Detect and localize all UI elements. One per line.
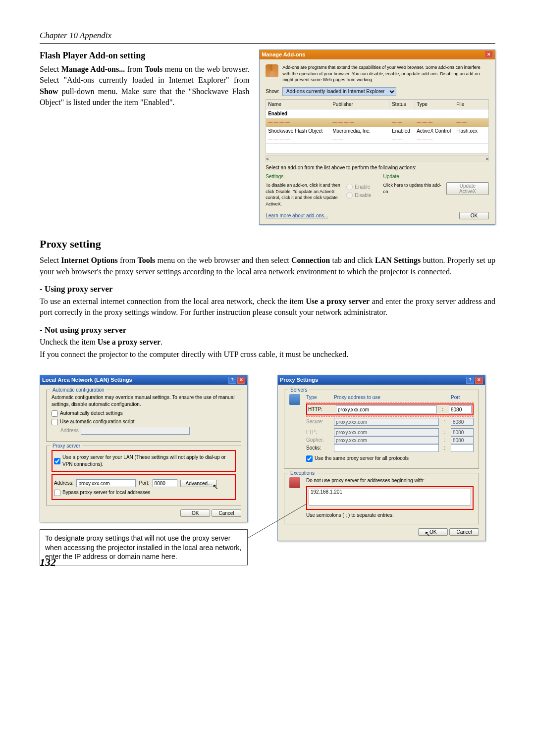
socks-label: Socks: — [306, 445, 331, 452]
using-proxy-paragraph: To use an external internet connection f… — [40, 296, 495, 318]
ok-button[interactable]: OK — [418, 528, 448, 536]
flash-paragraph: Select Manage Add-ons... from Tools menu… — [40, 64, 249, 108]
enable-radio[interactable] — [346, 184, 353, 190]
servers-legend: Servers — [288, 387, 309, 394]
addons-desc: Add-ons are programs that extend the cap… — [282, 64, 489, 83]
txt: LAN Settings — [375, 256, 421, 264]
cancel-button[interactable]: Cancel — [212, 509, 241, 517]
table-row-blur: — — — —— — — —— —— — —— — — [266, 118, 488, 127]
cursor-icon: ↖ — [425, 529, 430, 539]
auto-config-legend: Automatic configuration — [51, 387, 107, 394]
txt: menu on the web browser and then select — [155, 256, 291, 264]
proxy-port-input[interactable] — [153, 479, 177, 487]
secure-port-input — [451, 418, 474, 426]
col-type: Type — [306, 394, 331, 401]
txt: Select — [40, 256, 61, 264]
chapter-header: Chapter 10 Appendix — [40, 30, 495, 44]
disable-radio[interactable] — [346, 192, 353, 199]
not-using-proxy-heading: - Not using proxy server — [40, 324, 495, 336]
addons-list[interactable]: Name Publisher Status Type File Enabled … — [266, 99, 489, 153]
update-activex-button[interactable]: Update ActiveX — [446, 182, 489, 195]
col-type: Type — [415, 100, 454, 109]
address-label: Address — [60, 427, 79, 434]
disable-label: Disable — [355, 192, 371, 199]
exceptions-textarea[interactable]: 192.168.1.201 — [309, 489, 471, 505]
ok-button[interactable]: OK — [180, 509, 210, 517]
http-address-input[interactable] — [336, 405, 437, 413]
txt: Connection — [291, 256, 330, 264]
proxy-settings-dialog: Proxy Settings ? ✕ Servers Type Proxy ad… — [277, 375, 485, 541]
update-text: Click here to update this add-on — [383, 182, 442, 195]
txt: tab and click — [330, 256, 375, 264]
cell-name: Shockwave Flash Object — [266, 127, 330, 136]
show-select[interactable]: Add-ons currently loaded in Internet Exp… — [282, 87, 396, 96]
secure-label: Secure: — [306, 418, 331, 425]
cell-type: ActiveX Control — [415, 127, 454, 136]
help-icon[interactable]: ? — [228, 377, 236, 384]
txt: Use a proxy server — [98, 338, 160, 346]
dialog-title: Manage Add-ons — [262, 51, 305, 58]
exception-icon — [289, 477, 300, 488]
settings-text: To disable an add-on, click it and then … — [266, 182, 341, 207]
gopher-address-input — [334, 436, 439, 444]
proxy-heading: Proxy setting — [40, 237, 495, 252]
group-enabled: Enabled — [266, 109, 488, 118]
txt: Internet Options — [61, 256, 117, 264]
address-label: Address: — [54, 480, 73, 487]
ftp-label: FTP: — [306, 429, 331, 436]
proxy-paragraph: Select Internet Options from Tools menu … — [40, 255, 495, 277]
page-number: 132 — [40, 555, 56, 570]
puzzle-icon — [266, 64, 278, 77]
http-port-input[interactable] — [449, 405, 472, 413]
horizontal-scrollbar[interactable]: <> — [266, 155, 489, 161]
col-file: File — [454, 100, 488, 109]
txt: from — [125, 65, 145, 73]
help-icon[interactable]: ? — [466, 377, 474, 384]
dialog-title: Local Area Network (LAN) Settings — [42, 376, 132, 384]
exceptions-note: Use semicolons ( ; ) to separate entries… — [306, 512, 474, 519]
auto-config-text: Automatic configuration may override man… — [52, 394, 236, 408]
auto-detect-checkbox[interactable] — [52, 410, 58, 417]
dialog-title: Proxy Settings — [280, 376, 318, 384]
close-icon[interactable]: ✕ — [237, 377, 245, 384]
auto-script-checkbox[interactable] — [52, 419, 58, 425]
update-heading: Update — [383, 173, 489, 180]
show-label: Show: — [266, 88, 279, 95]
socks-port-input[interactable] — [451, 444, 474, 452]
same-proxy-checkbox[interactable] — [306, 455, 313, 462]
close-icon[interactable]: ✕ — [485, 51, 493, 58]
table-header: Name Publisher Status Type File — [266, 100, 488, 109]
http-label: HTTP: — [308, 406, 333, 413]
socks-address-input[interactable] — [334, 444, 439, 452]
ftp-port-input — [451, 428, 474, 436]
txt: Select — [40, 65, 61, 73]
ftp-address-input — [334, 428, 439, 436]
bypass-label: Bypass proxy server for local addresses — [62, 489, 150, 496]
not-using-proxy-p2: If you connect the projector to the comp… — [40, 349, 495, 360]
cell-pub: Macromedia, Inc. — [330, 127, 390, 136]
cell-file: Flash.ocx — [454, 127, 488, 136]
table-row[interactable]: Shockwave Flash Object Macromedia, Inc. … — [266, 127, 488, 136]
gopher-label: Gopher: — [306, 437, 331, 444]
not-using-proxy-p1: Uncheck the item Use a proxy server. — [40, 337, 495, 348]
proxy-address-input[interactable] — [76, 479, 136, 487]
cancel-button[interactable]: Cancel — [449, 528, 479, 536]
bypass-checkbox[interactable] — [54, 490, 60, 496]
col-status: Status — [390, 100, 415, 109]
table-row-blur: — — — —— —— —— — — — [266, 136, 488, 144]
lan-settings-dialog: Local Area Network (LAN) Settings ? ✕ Au… — [40, 375, 248, 522]
col-port: Port — [451, 394, 474, 401]
same-proxy-label: Use the same proxy server for all protoc… — [315, 455, 409, 462]
auto-script-label: Use automatic configuration script — [60, 418, 135, 425]
gopher-port-input — [451, 436, 474, 444]
use-proxy-checkbox[interactable] — [54, 458, 60, 464]
server-icon — [289, 394, 300, 405]
learn-link[interactable]: Learn more about add-ons... — [266, 212, 328, 219]
ok-button[interactable]: OK — [459, 212, 489, 219]
advanced-button[interactable]: Advanced...↖ — [180, 480, 217, 487]
close-icon[interactable]: ✕ — [475, 377, 483, 384]
settings-heading: Settings — [266, 173, 371, 180]
col-name: Name — [266, 100, 330, 109]
auto-detect-label: Automatically detect settings — [60, 410, 123, 417]
cursor-icon: ↖ — [213, 483, 218, 491]
